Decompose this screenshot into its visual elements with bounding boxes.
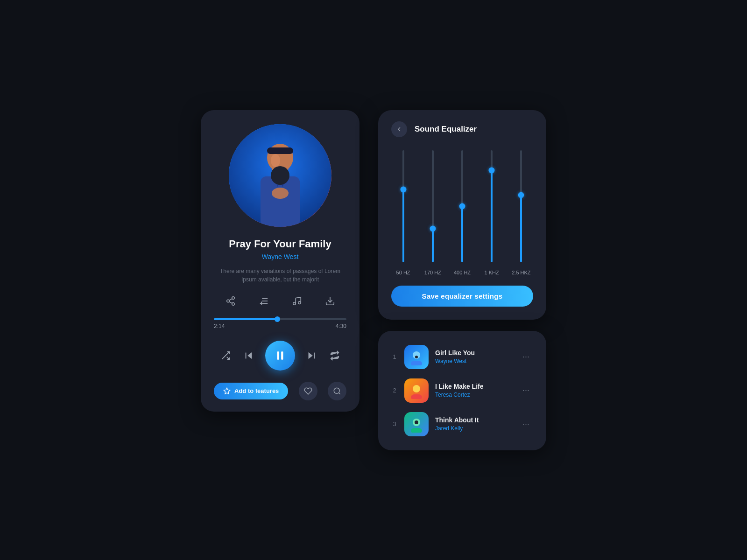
progress-track[interactable] [214, 318, 346, 320]
bottom-bar: Add to features [214, 382, 346, 400]
eq-title: Sound Equalizer [415, 125, 477, 134]
track-info-2: I Like Make Life Teresa Cortez [435, 383, 512, 398]
eq-slider-track-2 [432, 150, 434, 262]
star-icon [223, 387, 231, 395]
freq-label-3: 400 HZ [450, 270, 474, 275]
svg-point-11 [226, 300, 229, 302]
svg-rect-28 [281, 351, 283, 359]
svg-point-20 [293, 302, 296, 305]
eq-freq-labels: 50 HZ 170 HZ 400 HZ 1 KHZ 2.5 HKZ [391, 270, 533, 275]
add-to-features-button[interactable]: Add to features [214, 383, 288, 399]
track-avatar-1 [404, 345, 429, 369]
previous-button[interactable] [242, 349, 256, 363]
center-hole [271, 166, 289, 185]
eq-header: Sound Equalizer [391, 121, 533, 137]
svg-point-41 [415, 420, 418, 424]
progress-section[interactable]: 2:14 4:30 [214, 318, 346, 337]
eq-slider-track-5 [520, 150, 522, 262]
eq-fill-4 [491, 170, 493, 262]
right-column: Sound Equalizer [378, 110, 546, 450]
track-more-button-3[interactable]: ··· [519, 417, 533, 431]
track-avatar-3 [404, 412, 429, 436]
track-artist-2: Teresa Cortez [435, 392, 512, 398]
controls-row [214, 341, 346, 371]
track-title-1: Girl Like You [435, 349, 512, 357]
playlist-item-3[interactable]: 3 Think About It Jared Kelly ··· [388, 407, 537, 441]
eq-fill-5 [520, 195, 522, 262]
add-features-label: Add to features [234, 387, 279, 394]
freq-label-2: 170 HZ [421, 270, 444, 275]
download-button[interactable] [322, 293, 338, 309]
eq-band-1[interactable] [391, 150, 415, 262]
svg-point-7 [272, 188, 289, 199]
search-icon [333, 387, 341, 395]
next-button[interactable] [304, 349, 318, 363]
svg-point-32 [334, 388, 339, 393]
svg-marker-31 [224, 388, 230, 394]
song-title: Pray For Your Family [229, 238, 331, 250]
progress-fill [214, 318, 277, 320]
playlist-item-2[interactable]: 2 I Like Make Life Teresa Cortez ··· [388, 374, 537, 407]
add-to-playlist-button[interactable] [256, 293, 272, 309]
search-button[interactable] [328, 382, 346, 400]
eq-sliders-container [391, 150, 533, 262]
track-artist-3: Jared Kelly [435, 425, 512, 432]
svg-marker-25 [247, 352, 252, 359]
lyrics-button[interactable] [289, 293, 305, 309]
svg-rect-38 [411, 394, 422, 399]
svg-rect-27 [277, 351, 279, 359]
track-number-3: 3 [391, 420, 398, 427]
share-button[interactable] [223, 293, 239, 309]
like-button[interactable] [299, 382, 317, 400]
track-number-2: 2 [391, 387, 398, 394]
svg-marker-29 [309, 352, 313, 359]
play-pause-button[interactable] [265, 341, 295, 371]
back-arrow-icon [395, 126, 403, 133]
track-avatar-2 [404, 378, 429, 403]
svg-point-21 [298, 301, 301, 304]
back-button[interactable] [391, 121, 407, 137]
action-icons-row [214, 293, 346, 309]
save-equalizer-button[interactable]: Save equalizer settings [391, 286, 533, 307]
freq-label-1: 50 HZ [391, 270, 415, 275]
svg-point-37 [413, 385, 420, 392]
track-more-button-2[interactable]: ··· [519, 384, 533, 397]
track-info-1: Girl Like You Wayne West [435, 349, 512, 364]
heart-icon [304, 387, 312, 395]
eq-fill-2 [432, 229, 434, 262]
svg-point-36 [415, 356, 418, 358]
eq-band-2[interactable] [421, 150, 444, 262]
eq-band-5[interactable] [509, 150, 533, 262]
equalizer-card: Sound Equalizer [378, 110, 546, 320]
track-more-button-1[interactable]: ··· [519, 350, 533, 364]
current-time: 2:14 [214, 323, 225, 329]
shuffle-button[interactable] [218, 349, 233, 363]
artist-name: Wayne West [262, 253, 299, 260]
main-container: Pray For Your Family Wayne West There ar… [201, 110, 546, 450]
progress-dot [275, 316, 280, 322]
eq-slider-track-4 [491, 150, 493, 262]
album-art [229, 124, 331, 227]
svg-line-14 [229, 298, 232, 300]
eq-slider-track-1 [402, 150, 404, 262]
svg-rect-35 [411, 361, 422, 365]
track-title-2: I Like Make Life [435, 383, 512, 390]
playlist-card: 1 Girl Like You Wayne West ··· 2 [378, 331, 546, 450]
eq-slider-track-3 [461, 150, 463, 262]
repeat-button[interactable] [328, 349, 342, 363]
eq-band-3[interactable] [450, 150, 474, 262]
track-number-1: 1 [391, 353, 398, 360]
track-artist-1: Wayne West [435, 358, 512, 364]
svg-point-12 [232, 302, 234, 305]
svg-rect-2 [267, 147, 293, 154]
freq-label-5: 2.5 HKZ [509, 270, 533, 275]
playlist-item-1[interactable]: 1 Girl Like You Wayne West ··· [388, 340, 537, 374]
track-title-3: Think About It [435, 416, 512, 424]
svg-line-33 [338, 392, 340, 394]
svg-rect-40 [411, 428, 422, 433]
song-description: There are many variations of passages of… [214, 267, 346, 284]
eq-band-4[interactable] [480, 150, 504, 262]
track-info-3: Think About It Jared Kelly [435, 416, 512, 432]
svg-point-9 [271, 154, 280, 167]
player-card: Pray For Your Family Wayne West There ar… [201, 110, 359, 412]
